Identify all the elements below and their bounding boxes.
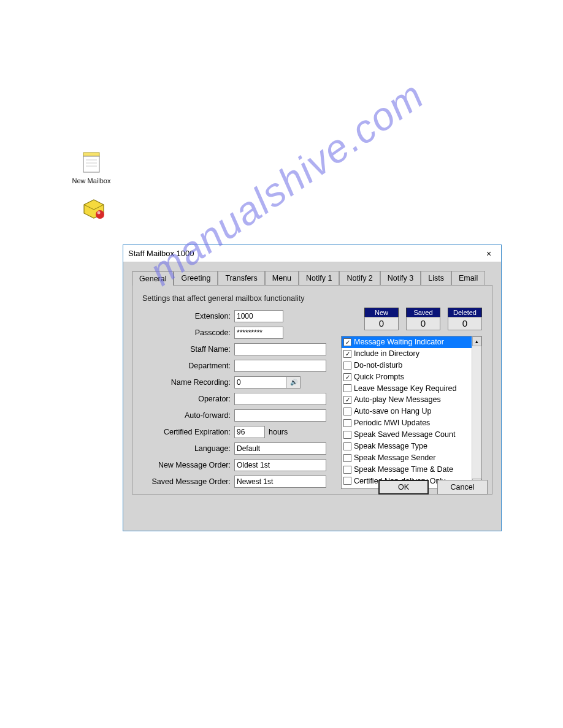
- option-label: Speak Message Sender: [354, 453, 435, 463]
- tab-greeting[interactable]: Greeting: [174, 271, 218, 285]
- option-row[interactable]: ✓Auto-play New Messages: [342, 394, 472, 406]
- option-label: Speak Message Time & Date: [354, 464, 453, 475]
- label-passcode: Passcode:: [142, 328, 234, 337]
- svg-rect-0: [83, 153, 99, 156]
- saved-msg-order-select[interactable]: Newest 1st: [234, 476, 326, 488]
- checkbox-icon[interactable]: [343, 454, 351, 462]
- titlebar: Staff Mailbox 1000 ×: [123, 245, 501, 262]
- cancel-button[interactable]: Cancel: [437, 480, 488, 495]
- label-language: Language:: [142, 444, 234, 453]
- passcode-input[interactable]: [234, 327, 283, 339]
- auto-forward-input[interactable]: [234, 409, 326, 422]
- checkbox-icon[interactable]: [343, 431, 351, 439]
- speaker-icon[interactable]: 🔊: [286, 377, 300, 388]
- option-label: Periodic MWI Updates: [354, 418, 430, 428]
- checkbox-icon[interactable]: ✓: [343, 338, 351, 346]
- checkbox-icon[interactable]: [343, 466, 351, 474]
- option-row[interactable]: Speak Saved Message Count: [342, 429, 472, 441]
- name-recording-value: 0: [235, 377, 286, 388]
- checkbox-icon[interactable]: [343, 477, 351, 485]
- label-saved-msg-order: Saved Message Order:: [142, 477, 234, 486]
- counter-new: New 0: [364, 308, 399, 330]
- tab-email[interactable]: Email: [451, 271, 485, 285]
- tab-notify-1[interactable]: Notify 1: [299, 271, 339, 285]
- label-cert-expiration: Certified Expiration:: [142, 428, 234, 436]
- label-auto-forward: Auto-forward:: [142, 411, 234, 420]
- option-row[interactable]: ✓Include in Directory: [342, 348, 472, 360]
- counter-deleted-label: Deleted: [448, 308, 482, 317]
- cert-expiration-units: hours: [269, 428, 288, 436]
- counter-new-label: New: [364, 308, 399, 317]
- ok-button[interactable]: OK: [378, 480, 429, 495]
- notepad-icon: [79, 150, 104, 175]
- staff-mailbox-dialog: Staff Mailbox 1000 × General Greeting Tr…: [123, 245, 502, 531]
- desktop-icon-mailbox[interactable]: [69, 196, 118, 223]
- name-recording-control[interactable]: 0 🔊: [234, 376, 301, 389]
- tab-transfers[interactable]: Transfers: [218, 271, 264, 285]
- option-row[interactable]: Speak Message Sender: [342, 452, 472, 464]
- checkbox-icon[interactable]: [343, 408, 351, 415]
- panel-description: Settings that affect general mailbox fun…: [142, 294, 482, 303]
- new-msg-order-select[interactable]: Oldest 1st: [234, 459, 326, 471]
- option-label: Auto-save on Hang Up: [354, 406, 431, 417]
- option-label: Speak Message Type: [354, 441, 427, 452]
- option-row[interactable]: Speak Message Type: [342, 441, 472, 452]
- tab-notify-2[interactable]: Notify 2: [339, 271, 380, 285]
- language-select[interactable]: Default: [234, 442, 326, 455]
- tab-general[interactable]: General: [132, 271, 174, 286]
- label-name-recording: Name Recording:: [142, 378, 234, 387]
- checkbox-icon[interactable]: [343, 362, 351, 370]
- checkbox-icon[interactable]: ✓: [343, 373, 351, 381]
- counter-deleted: Deleted 0: [448, 308, 482, 330]
- svg-rect-1: [83, 156, 99, 172]
- operator-input[interactable]: [234, 393, 326, 405]
- label-staff-name: Staff Name:: [142, 345, 234, 354]
- counter-saved: Saved 0: [406, 308, 440, 330]
- scrollbar[interactable]: ▴ ▾: [472, 336, 481, 488]
- counter-new-value: 0: [364, 317, 399, 330]
- label-new-msg-order: New Message Order:: [142, 461, 234, 469]
- label-operator: Operator:: [142, 395, 234, 403]
- staff-name-input[interactable]: [234, 343, 326, 355]
- tab-menu[interactable]: Menu: [265, 271, 299, 285]
- extension-input[interactable]: [234, 310, 283, 322]
- option-label: Quick Prompts: [354, 372, 404, 382]
- option-row[interactable]: Speak Message Time & Date: [342, 464, 472, 476]
- svg-point-6: [98, 211, 101, 214]
- checkbox-icon[interactable]: [343, 419, 351, 427]
- checkbox-icon[interactable]: [343, 384, 351, 392]
- tab-panel-general: Settings that affect general mailbox fun…: [132, 285, 492, 495]
- message-counters: New 0 Saved 0 Deleted 0: [364, 308, 482, 330]
- mailbox-icon: [82, 196, 106, 221]
- scroll-up-icon[interactable]: ▴: [472, 336, 481, 346]
- counter-deleted-value: 0: [448, 317, 482, 330]
- option-label: Do-not-disturb: [354, 360, 402, 371]
- label-department: Department:: [142, 362, 234, 370]
- option-row[interactable]: Do-not-disturb: [342, 360, 472, 371]
- counter-saved-label: Saved: [406, 308, 440, 317]
- desktop-icon-label: New Mailbox: [72, 177, 111, 184]
- option-label: Include in Directory: [354, 349, 419, 359]
- desktop-icon-new-mailbox[interactable]: New Mailbox: [67, 150, 116, 184]
- options-listbox[interactable]: ✓Message Waiting Indicator✓Include in Di…: [341, 336, 482, 489]
- checkbox-icon[interactable]: ✓: [343, 350, 351, 358]
- label-extension: Extension:: [142, 312, 234, 320]
- option-label: Auto-play New Messages: [354, 395, 441, 405]
- department-input[interactable]: [234, 360, 326, 372]
- checkbox-icon[interactable]: ✓: [343, 396, 351, 404]
- cert-expiration-input[interactable]: [234, 426, 265, 438]
- option-row[interactable]: Leave Message Key Required: [342, 383, 472, 395]
- dialog-title: Staff Mailbox 1000: [128, 249, 479, 258]
- checkbox-icon[interactable]: [343, 442, 351, 450]
- option-row[interactable]: ✓Quick Prompts: [342, 371, 472, 383]
- option-row[interactable]: Auto-save on Hang Up: [342, 406, 472, 417]
- counter-saved-value: 0: [406, 317, 440, 330]
- tab-lists[interactable]: Lists: [421, 271, 451, 285]
- tab-notify-3[interactable]: Notify 3: [380, 271, 421, 285]
- option-row[interactable]: Periodic MWI Updates: [342, 417, 472, 429]
- close-icon[interactable]: ×: [479, 249, 499, 259]
- tab-bar: General Greeting Transfers Menu Notify 1…: [132, 271, 492, 285]
- option-label: Message Waiting Indicator: [354, 337, 444, 347]
- option-row[interactable]: ✓Message Waiting Indicator: [342, 336, 472, 348]
- option-label: Leave Message Key Required: [354, 384, 456, 394]
